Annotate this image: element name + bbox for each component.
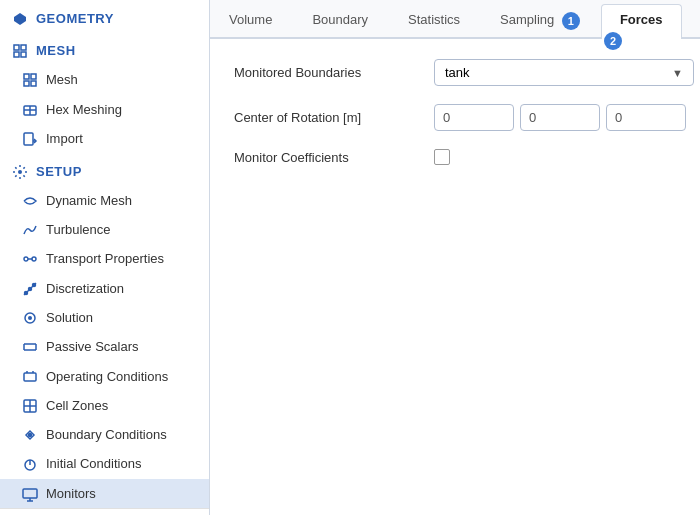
passive-scalars-icon: [22, 338, 38, 355]
mesh-item-icon: [22, 71, 38, 88]
monitored-boundaries-control: tank ▼: [434, 59, 694, 86]
sampling-badge: 1: [562, 12, 580, 30]
svg-rect-5: [24, 74, 29, 79]
center-rotation-inputs: [434, 104, 694, 131]
discretization-icon: [22, 279, 38, 296]
content-area: Monitored Boundaries tank ▼ Center of Ro…: [210, 39, 700, 515]
svg-rect-28: [24, 373, 36, 381]
monitored-boundaries-dropdown[interactable]: tank ▼: [434, 59, 694, 86]
run-section[interactable]: RUN: [0, 508, 209, 515]
forces-badge: 2: [600, 32, 622, 50]
svg-rect-8: [31, 81, 36, 86]
svg-rect-2: [21, 45, 26, 50]
main-panel: Volume Boundary Statistics Sampling 1 Fo…: [210, 0, 700, 515]
sidebar: GEOMETRY MESH Mesh Hex Meshing: [0, 0, 210, 515]
geometry-icon: [12, 10, 28, 27]
svg-rect-3: [14, 52, 19, 57]
hex-meshing-icon: [22, 100, 38, 117]
turbulence-icon: [22, 221, 38, 238]
monitored-boundaries-label: Monitored Boundaries: [234, 65, 434, 80]
center-rotation-row: Center of Rotation [m]: [234, 104, 694, 131]
sidebar-item-passive-scalars[interactable]: Passive Scalars: [0, 332, 209, 361]
tab-sampling[interactable]: Sampling 1: [481, 4, 599, 37]
sidebar-item-hex-meshing[interactable]: Hex Meshing: [0, 94, 209, 123]
svg-point-23: [28, 316, 32, 320]
svg-point-15: [24, 257, 28, 261]
tab-volume[interactable]: Volume: [210, 4, 291, 37]
dropdown-arrow-icon: ▼: [672, 67, 683, 79]
sidebar-section-setup[interactable]: SETUP: [0, 153, 209, 186]
monitor-coefficients-checkbox[interactable]: [434, 149, 450, 165]
svg-point-16: [32, 257, 36, 261]
sidebar-item-initial-conditions[interactable]: Initial Conditions: [0, 449, 209, 478]
svg-point-14: [18, 170, 22, 174]
tab-boundary[interactable]: Boundary: [293, 4, 387, 37]
sidebar-item-monitors[interactable]: Monitors: [0, 479, 209, 508]
sidebar-item-dynamic-mesh[interactable]: Dynamic Mesh: [0, 186, 209, 215]
svg-rect-7: [24, 81, 29, 86]
solution-icon: [22, 309, 38, 326]
sidebar-item-mesh[interactable]: Mesh: [0, 65, 209, 94]
center-rotation-x[interactable]: [434, 104, 514, 131]
dynamic-mesh-icon: [22, 192, 38, 209]
monitor-coefficients-checkbox-wrap[interactable]: [434, 149, 450, 165]
svg-marker-0: [14, 13, 26, 25]
operating-conditions-icon: [22, 367, 38, 384]
sidebar-item-operating-conditions[interactable]: Operating Conditions: [0, 361, 209, 390]
sidebar-section-geometry[interactable]: GEOMETRY: [0, 0, 209, 33]
monitor-coefficients-label: Monitor Coefficients: [234, 150, 434, 165]
center-rotation-label: Center of Rotation [m]: [234, 110, 434, 125]
center-rotation-y[interactable]: [520, 104, 600, 131]
svg-point-34: [29, 434, 32, 437]
sidebar-section-mesh[interactable]: MESH: [0, 33, 209, 66]
svg-rect-37: [23, 489, 37, 498]
monitors-icon: [22, 485, 38, 502]
sidebar-item-boundary-conditions[interactable]: Boundary Conditions: [0, 420, 209, 449]
svg-rect-1: [14, 45, 19, 50]
sidebar-item-cell-zones[interactable]: Cell Zones: [0, 391, 209, 420]
mesh-icon: [12, 43, 28, 60]
svg-point-19: [25, 291, 28, 294]
svg-rect-12: [24, 133, 33, 145]
setup-icon: [12, 163, 28, 180]
boundary-conditions-icon: [22, 426, 38, 443]
cell-zones-icon: [22, 397, 38, 414]
tab-bar: Volume Boundary Statistics Sampling 1 Fo…: [210, 0, 700, 39]
transport-properties-icon: [22, 250, 38, 267]
svg-point-21: [33, 283, 36, 286]
svg-rect-6: [31, 74, 36, 79]
sidebar-item-solution[interactable]: Solution: [0, 303, 209, 332]
tab-statistics[interactable]: Statistics: [389, 4, 479, 37]
monitor-coefficients-control: [434, 149, 694, 165]
import-icon: [22, 130, 38, 147]
svg-point-20: [29, 287, 32, 290]
monitor-coefficients-row: Monitor Coefficients: [234, 149, 694, 165]
initial-conditions-icon: [22, 455, 38, 472]
monitored-boundaries-row: Monitored Boundaries tank ▼: [234, 59, 694, 86]
svg-rect-4: [21, 52, 26, 57]
sidebar-item-turbulence[interactable]: Turbulence: [0, 215, 209, 244]
sidebar-item-transport-properties[interactable]: Transport Properties: [0, 244, 209, 273]
sidebar-item-discretization[interactable]: Discretization: [0, 273, 209, 302]
center-rotation-z[interactable]: [606, 104, 686, 131]
sidebar-item-import[interactable]: Import: [0, 124, 209, 153]
